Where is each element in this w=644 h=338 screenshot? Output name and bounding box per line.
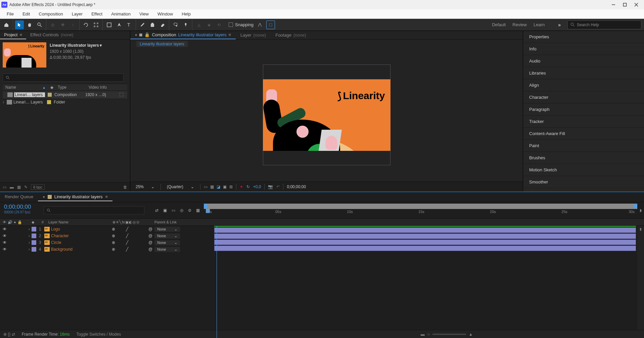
trash-icon[interactable]: 🗑 [123, 185, 127, 189]
timeline-row-4[interactable]: 👁 ›4 Background ⊕╱ @None⌄ [0, 246, 213, 253]
col-tag[interactable]: ◆ [47, 85, 56, 90]
eye-column-icon[interactable]: 👁 [3, 220, 6, 224]
project-search-input[interactable] [3, 74, 124, 82]
timeline-scroll[interactable]: ⬍ [637, 226, 644, 330]
show-snapshot-icon[interactable]: ↶ [276, 184, 280, 189]
current-time[interactable]: 0;00;00;00 [4, 204, 40, 210]
switches-column[interactable]: ⊕✳╲fx▣◐◎⊙ [101, 220, 151, 224]
interpret-footage-icon[interactable]: ▭ [3, 185, 6, 189]
timeline-row-2[interactable]: 👁 ›2 Character ⊕╱ @None⌄ [0, 233, 213, 239]
menu-composition[interactable]: Composition [35, 10, 67, 18]
timeline-row-1[interactable]: 👁 ›1 Logo ⊕╱ @None⌄ [0, 226, 213, 233]
timeline-zoom-slider[interactable]: ▬○▲ [421, 332, 473, 337]
menu-view[interactable]: View [135, 10, 153, 18]
workspace-default[interactable]: Default [492, 22, 506, 27]
zoom-tool[interactable] [35, 20, 44, 29]
comp-mini-flowchart-icon[interactable]: ⇄ [155, 208, 158, 213]
shape-tool[interactable] [105, 20, 113, 29]
transparency-grid-icon[interactable]: ▦ [210, 184, 214, 189]
visibility-icon[interactable]: 👁 [3, 234, 7, 238]
orbit-tool[interactable]: ◎ [48, 20, 57, 29]
exposure-reset-icon[interactable]: ↻ [246, 184, 250, 189]
hand-tool[interactable] [25, 20, 34, 29]
tab-render-queue[interactable]: Render Queue [0, 193, 38, 201]
menu-layer[interactable]: Layer [68, 10, 87, 18]
panel-brushes[interactable]: Brushes [523, 152, 644, 164]
menu-effect[interactable]: Effect [87, 10, 106, 18]
comp-marker-icon[interactable]: ◗ [637, 202, 644, 218]
color-mgmt-icon[interactable]: ✦ [240, 184, 243, 189]
panel-motion-sketch[interactable]: Motion Sketch [523, 164, 644, 176]
adjust-icon[interactable]: ✎ [24, 185, 28, 189]
tab-layer[interactable]: Layer (none) [236, 31, 271, 39]
selection-tool[interactable] [15, 20, 24, 29]
grid-icon[interactable]: ⊞ [229, 184, 233, 189]
new-folder-icon[interactable]: ▬ [10, 185, 14, 189]
flowchart-icon[interactable]: ⛶ [119, 92, 127, 97]
timeline-track-area[interactable] [213, 226, 637, 330]
draft3d-icon[interactable]: ▣ [163, 208, 167, 213]
anchor-tool[interactable] [92, 20, 100, 29]
tab-effect-controls[interactable]: Effect Controls (none) [26, 31, 78, 39]
mask-icon[interactable]: ◪ [217, 184, 220, 189]
project-row-folder[interactable]: › Lineari… Layers Folder [3, 98, 127, 106]
pan-tool[interactable]: ✥ [58, 20, 67, 29]
snapping-checkbox[interactable] [229, 23, 233, 27]
roto-tool[interactable] [171, 20, 180, 29]
menu-file[interactable]: File [3, 10, 18, 18]
panel-tracker[interactable]: Tracker [523, 116, 644, 128]
project-thumbnail[interactable]: ⟆ Linearity [3, 42, 46, 68]
visibility-icon[interactable]: 👁 [3, 247, 7, 252]
panel-info[interactable]: Info [523, 43, 644, 55]
panel-smoother[interactable]: Smoother [523, 176, 644, 188]
quality-dropdown[interactable]: (Quarter)⌄ [164, 184, 197, 190]
fast-preview-icon[interactable]: ▭ [204, 184, 208, 189]
graph-editor-icon[interactable]: ▦ [196, 208, 200, 213]
dolly-tool[interactable]: ↕ [68, 20, 77, 29]
toggle-switches-icon[interactable]: ⊕ {} ⇄ [3, 332, 15, 337]
roi-icon[interactable]: ▣ [223, 184, 227, 189]
panel-paint[interactable]: Paint [523, 140, 644, 152]
breadcrumb-current[interactable]: Linearity illustrator layers [136, 41, 188, 47]
composition-canvas[interactable]: ⟆Linearity [263, 79, 390, 151]
exposure-value[interactable]: +0,0 [253, 184, 261, 189]
clone-tool[interactable] [148, 20, 157, 29]
tag-column-icon[interactable]: ◆ [32, 220, 38, 224]
col-video-info[interactable]: Video Info [87, 85, 127, 90]
preview-time[interactable]: 0;00;00;00 [287, 184, 306, 189]
panel-audio[interactable]: Audio [523, 55, 644, 67]
tab-footage[interactable]: Footage (none) [271, 31, 311, 39]
menu-animation[interactable]: Animation [107, 10, 135, 18]
panel-properties[interactable]: Properties [523, 31, 644, 43]
tab-timeline-comp[interactable]: × Linearity illustrator layers ≡ [38, 193, 112, 201]
parent-column[interactable]: Parent & Link [151, 220, 195, 224]
eraser-tool[interactable] [158, 20, 167, 29]
new-comp-icon[interactable]: ▦ [17, 185, 21, 189]
parent-dropdown[interactable]: None⌄ [154, 247, 180, 252]
workspace-overflow[interactable]: » [558, 22, 561, 28]
pen-tool[interactable] [115, 20, 124, 29]
text-tool[interactable]: T [125, 20, 134, 29]
maximize-button[interactable] [623, 2, 627, 7]
3d-tool-3[interactable]: ⟲ [215, 20, 223, 29]
project-item-title[interactable]: Linearity illustrator layers▾ [50, 42, 102, 48]
snap-opt-2[interactable] [266, 20, 275, 29]
toggle-switches-button[interactable]: Toggle Switches / Modes [76, 332, 121, 337]
3d-tool-2[interactable]: ◈ [204, 20, 213, 29]
parent-dropdown[interactable]: None⌄ [154, 234, 180, 239]
menu-window[interactable]: Window [153, 10, 177, 18]
viewport[interactable]: ⟆Linearity [130, 48, 523, 181]
3d-tool-1[interactable]: ◬ [194, 20, 203, 29]
frame-blend-icon[interactable]: ◎ [180, 208, 183, 213]
home-button[interactable] [2, 20, 11, 29]
workspace-learn[interactable]: Learn [534, 22, 545, 27]
time-ruler[interactable]: 00s 05s 10s 15s 20s 25s 30s [204, 202, 637, 218]
parent-dropdown[interactable]: None⌄ [154, 240, 180, 245]
minimize-button[interactable] [611, 2, 616, 7]
layername-column[interactable]: Layer Name [47, 220, 101, 224]
close-button[interactable] [634, 2, 639, 7]
parent-dropdown[interactable]: None⌄ [154, 227, 180, 232]
snap-opt-1[interactable] [256, 20, 264, 29]
rotation-tool[interactable] [82, 20, 90, 29]
visibility-icon[interactable]: 👁 [3, 227, 7, 231]
